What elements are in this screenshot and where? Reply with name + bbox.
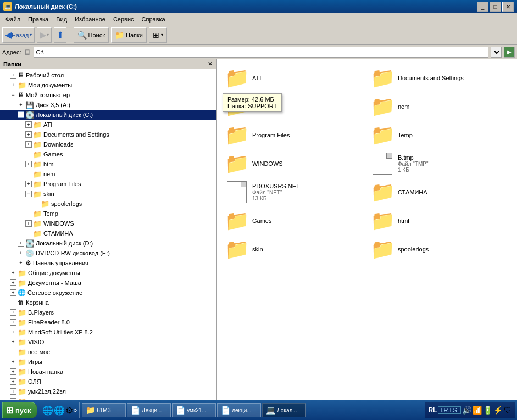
expand-skin[interactable]: − bbox=[25, 191, 32, 197]
menu-file[interactable]: Файл bbox=[2, 15, 24, 24]
back-dropdown-icon[interactable]: ▾ bbox=[30, 32, 32, 37]
expand-html[interactable]: + bbox=[25, 161, 32, 167]
expand-windows[interactable]: + bbox=[25, 220, 32, 227]
file-ati[interactable]: 📁 ATI bbox=[223, 65, 366, 91]
tree-item-downloads[interactable]: + 📁 Downloads bbox=[0, 139, 216, 149]
expand-bplayers[interactable]: + bbox=[10, 309, 16, 316]
expand-cdrive[interactable]: − bbox=[18, 111, 24, 118]
file-pdox[interactable]: PDOXUSRS.NET Файл "NET" 13 КБ bbox=[223, 179, 366, 205]
address-input[interactable] bbox=[34, 47, 488, 58]
taskbar-btn-lokal[interactable]: 💻 Локал... bbox=[262, 403, 306, 417]
tree-item-desktop[interactable]: + 🖥 Рабочий стол bbox=[0, 70, 216, 80]
expand-control[interactable]: + bbox=[18, 260, 24, 266]
tree-item-novaya[interactable]: + 📁 Новая папка bbox=[0, 367, 216, 377]
tree-item-docssettings[interactable]: + 📁 Documents and Settings bbox=[0, 130, 216, 139]
tree-item-umk21[interactable]: + 📁 умк21эл,22эл bbox=[0, 387, 216, 396]
tray-icon-3[interactable]: 🔋 bbox=[483, 406, 492, 415]
expand-olya[interactable]: + bbox=[10, 378, 16, 385]
menu-favorites[interactable]: Избранное bbox=[71, 15, 109, 24]
view-button[interactable]: ⊞ ▾ bbox=[149, 27, 167, 43]
tray-icon-4[interactable]: ⚡ bbox=[493, 406, 503, 415]
ql-more[interactable]: » bbox=[74, 406, 77, 414]
file-nem[interactable]: 📁 nem bbox=[368, 93, 512, 120]
tree-item-floppy[interactable]: + 💾 Диск 3,5 (A:) bbox=[0, 100, 216, 110]
address-go-button[interactable]: ▶ bbox=[504, 47, 515, 58]
expand-floppy[interactable]: + bbox=[18, 102, 24, 108]
tree-item-mindsoft[interactable]: + 📁 MindSoft Utilities XP 8.2 bbox=[0, 327, 216, 337]
expand-novaya[interactable]: + bbox=[10, 368, 16, 375]
tree-item-cdrive[interactable]: − 💽 Локальный диск (C:) bbox=[0, 110, 216, 120]
expand-shared[interactable]: + bbox=[10, 270, 16, 276]
tree-item-games[interactable]: 📁 Games bbox=[0, 149, 216, 159]
tree-item-html[interactable]: + 📁 html bbox=[0, 159, 216, 169]
expand-network[interactable]: + bbox=[10, 289, 16, 296]
close-button[interactable]: ✕ bbox=[502, 2, 514, 12]
panel-close-button[interactable]: ✕ bbox=[208, 60, 213, 68]
tree-item-userdocs[interactable]: + 📁 Документы - Маша bbox=[0, 278, 216, 288]
forward-button[interactable]: ▶ ▾ bbox=[37, 27, 52, 43]
tree-item-windows[interactable]: + 📁 WINDOWS bbox=[0, 219, 216, 228]
taskbar-btn-umk21[interactable]: 📄 умк21... bbox=[172, 403, 216, 417]
expand-mydocs[interactable]: + bbox=[10, 82, 16, 88]
expand-umk21[interactable]: + bbox=[10, 388, 16, 395]
file-skin[interactable]: 📁 skin bbox=[223, 236, 366, 262]
menu-help[interactable]: Справка bbox=[138, 15, 169, 24]
maximize-button[interactable]: □ bbox=[490, 2, 501, 12]
file-progfiles[interactable]: 📁 Program Files bbox=[223, 122, 366, 148]
menu-view[interactable]: Вид bbox=[53, 15, 70, 24]
expand-ati[interactable]: + bbox=[25, 121, 32, 128]
up-button[interactable]: ⬆ bbox=[54, 27, 66, 43]
expand-finereader[interactable]: + bbox=[10, 319, 16, 326]
tree-item-dvd[interactable]: + 💿 DVD/CD-RW дисковод (E:) bbox=[0, 248, 216, 258]
expand-mycomputer[interactable]: − bbox=[10, 92, 16, 98]
ql-icon-3[interactable]: ⚙ bbox=[65, 405, 73, 416]
tray-iris[interactable]: I.R.I.S. bbox=[438, 406, 461, 414]
tree-item-recycle[interactable]: 🗑 Корзина bbox=[0, 298, 216, 307]
expand-dvd[interactable]: + bbox=[18, 250, 24, 256]
tree-item-ddrive[interactable]: + 💽 Локальный диск (D:) bbox=[0, 238, 216, 248]
address-dropdown[interactable] bbox=[491, 47, 502, 58]
file-spoolerlogs[interactable]: 📁 spoolerlogs bbox=[368, 236, 512, 262]
tree-item-igry[interactable]: + 📁 Игры bbox=[0, 357, 216, 367]
file-windows[interactable]: 📁 WINDOWS bbox=[223, 150, 366, 177]
tree-item-mydocs[interactable]: + 📁 Мои документы bbox=[0, 80, 216, 90]
file-btmp[interactable]: B.tmp Файл "TMP" 1 КБ bbox=[368, 150, 512, 177]
tree-item-spoolerlogs[interactable]: 📁 spoolerlogs bbox=[0, 199, 216, 209]
forward-dropdown-icon[interactable]: ▾ bbox=[47, 32, 49, 37]
expand-userdocs[interactable]: + bbox=[10, 279, 16, 286]
expand-mindsoft[interactable]: + bbox=[10, 329, 16, 335]
tree-item-visio[interactable]: + 📁 VISIO bbox=[0, 337, 216, 347]
tree-item-stamina[interactable]: 📁 СТАМИНА bbox=[0, 228, 216, 238]
ql-icon-2[interactable]: 🌐 bbox=[54, 405, 65, 416]
expand-igry[interactable]: + bbox=[10, 359, 16, 365]
file-games[interactable]: 📁 Games bbox=[223, 208, 366, 234]
expand-docssettings[interactable]: + bbox=[25, 131, 32, 138]
tray-icon-5[interactable]: 🛡 bbox=[504, 406, 512, 415]
tree-item-olya[interactable]: + 📁 ОЛЯ bbox=[0, 377, 216, 387]
tree-item-controlpanel[interactable]: + ⚙ Панель управления bbox=[0, 258, 216, 268]
tray-icon-1[interactable]: 🔊 bbox=[462, 406, 471, 415]
file-docssettings[interactable]: 📁 Documents and Settings bbox=[368, 65, 512, 91]
file-stamina[interactable]: 📁 СТАМИНА bbox=[368, 179, 512, 205]
view-dropdown-icon[interactable]: ▾ bbox=[161, 32, 163, 37]
tree-item-nem[interactable]: 📁 nem bbox=[0, 169, 216, 179]
tree-item-ati[interactable]: + 📁 ATI bbox=[0, 120, 216, 130]
ql-icon-1[interactable]: 🌐 bbox=[42, 405, 53, 416]
tree-item-mycomputer[interactable]: − 🖥 Мой компьютер bbox=[0, 90, 216, 100]
tray-lang[interactable]: RL bbox=[428, 406, 437, 414]
menu-tools[interactable]: Сервис bbox=[110, 15, 137, 24]
expand-visio[interactable]: + bbox=[10, 339, 16, 345]
expand-desktop[interactable]: + bbox=[10, 72, 16, 79]
taskbar-btn-61mz[interactable]: 📁 61МЗ bbox=[82, 403, 126, 417]
tree-item-network[interactable]: + 🌐 Сетевое окружение bbox=[0, 288, 216, 298]
file-html[interactable]: 📁 html bbox=[368, 208, 512, 234]
tree-item-temp[interactable]: 📁 Temp bbox=[0, 209, 216, 219]
tree-item-bplayers[interactable]: + 📁 B.Plaуers bbox=[0, 307, 216, 317]
menu-edit[interactable]: Правка bbox=[25, 15, 52, 24]
folders-button[interactable]: 📁 Папки bbox=[111, 27, 147, 43]
taskbar-btn-lektsii1[interactable]: 📄 Лекци... bbox=[127, 403, 171, 417]
tree-item-finereader[interactable]: + 📁 FineReader 8.0 bbox=[0, 317, 216, 327]
expand-downloads[interactable]: + bbox=[25, 141, 32, 148]
back-button[interactable]: ◀ Назад ▾ bbox=[2, 27, 35, 43]
minimize-button[interactable]: _ bbox=[477, 2, 488, 12]
